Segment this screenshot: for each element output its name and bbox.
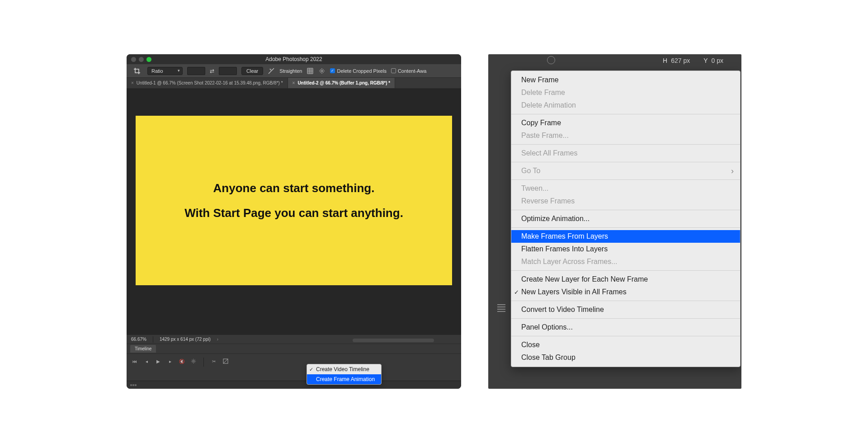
- power-icon[interactable]: [547, 56, 555, 64]
- next-frame-icon[interactable]: ▸: [166, 358, 174, 365]
- menu-item[interactable]: Panel Options...: [511, 321, 740, 334]
- panel-context-area: H627 px Y0 px New FrameDelete FrameDelet…: [488, 54, 741, 389]
- dimension-readout: H627 px Y0 px: [663, 57, 723, 64]
- menu-item[interactable]: Copy Frame: [511, 117, 740, 129]
- delete-cropped-label: Delete Cropped Pixels: [337, 68, 386, 74]
- canvas-area[interactable]: Anyone can start something. With Start P…: [127, 89, 461, 335]
- dropdown-item-frame-animation[interactable]: Create Frame Animation: [307, 374, 381, 384]
- menu-separator: [511, 227, 740, 228]
- dim-y-value: 0 px: [712, 57, 723, 64]
- menu-separator: [511, 179, 740, 180]
- canvas-text-line: Anyone can start something.: [213, 181, 375, 195]
- svg-point-1: [193, 360, 194, 362]
- menu-item[interactable]: Make Frames From Layers: [511, 230, 740, 243]
- menu-separator: [511, 336, 740, 336]
- menu-item: Paste Frame...: [511, 129, 740, 142]
- menu-separator: [511, 301, 740, 301]
- menu-separator: [511, 270, 740, 271]
- ratio-height-field[interactable]: [219, 67, 237, 75]
- timeline-header: Timeline: [127, 344, 461, 353]
- timeline-create-dropdown: Create Video Timeline Create Frame Anima…: [307, 364, 382, 385]
- grid-overlay-icon[interactable]: [307, 67, 314, 75]
- document-tab-label: Untitled-1 @ 66.7% (Screen Shot 2022-02-…: [137, 80, 283, 85]
- checkbox-icon: ✓: [330, 68, 335, 73]
- timeline-panel-tab[interactable]: Timeline: [130, 345, 156, 353]
- swap-dimensions-icon[interactable]: ⇄: [210, 68, 214, 74]
- divider: [203, 358, 204, 367]
- canvas-text-line: With Start Page you can start anything.: [184, 206, 403, 220]
- svg-point-0: [321, 70, 323, 71]
- menu-item[interactable]: Optimize Animation...: [511, 212, 740, 225]
- menu-separator: [511, 144, 740, 145]
- app-title: Adobe Photoshop 2022: [127, 56, 461, 62]
- menu-separator: [511, 114, 740, 114]
- dim-y-label: Y: [703, 57, 708, 64]
- dim-h-value: 627 px: [671, 57, 690, 64]
- menu-item: Reverse Frames: [511, 195, 740, 207]
- status-bar: 66.67% 1429 px x 614 px (72 ppi) ›: [127, 335, 461, 344]
- menu-item[interactable]: New Layers Visible in All Frames: [511, 286, 740, 298]
- menu-item: Delete Frame: [511, 86, 740, 99]
- menu-item: Go To: [511, 165, 740, 177]
- menu-item[interactable]: Close Tab Group: [511, 351, 740, 364]
- panel-menu-icon[interactable]: [497, 304, 505, 312]
- close-tab-icon[interactable]: ×: [292, 80, 295, 85]
- dim-h-label: H: [663, 57, 667, 64]
- crop-tool-icon[interactable]: [131, 66, 143, 75]
- timeline-panel: ⏮ ◂ ▶ ▸ 🔇 ✂ Create Video Timeline Create…: [127, 353, 461, 381]
- straighten-label: Straighten: [279, 68, 302, 74]
- checkbox-icon: [391, 68, 396, 73]
- ratio-select[interactable]: Ratio: [147, 67, 183, 75]
- document-tab-label: Untitled-2 @ 66.7% (Buffer 1.png, RGB/8*…: [297, 80, 390, 85]
- document-dimensions: 1429 px x 614 px (72 ppi): [160, 337, 211, 342]
- zoom-level[interactable]: 66.67%: [131, 337, 146, 342]
- menu-separator: [511, 318, 740, 319]
- menu-item[interactable]: Flatten Frames Into Layers: [511, 243, 740, 255]
- dropdown-item-video-timeline[interactable]: Create Video Timeline: [307, 364, 381, 374]
- ratio-width-field[interactable]: [187, 67, 205, 75]
- menu-item[interactable]: Create New Layer for Each New Frame: [511, 273, 740, 286]
- grip-icon[interactable]: [130, 384, 137, 386]
- straighten-icon[interactable]: [268, 67, 275, 75]
- chevron-right-icon[interactable]: ›: [217, 337, 218, 342]
- menu-item: Delete Animation: [511, 99, 740, 112]
- photoshop-window: Adobe Photoshop 2022 Ratio ⇄ Clear Strai…: [127, 54, 461, 389]
- menu-item[interactable]: New Frame: [511, 74, 740, 86]
- document-tabs: × Untitled-1 @ 66.7% (Screen Shot 2022-0…: [127, 78, 461, 89]
- menu-item[interactable]: Close: [511, 339, 740, 351]
- gear-icon[interactable]: [318, 67, 326, 75]
- timeline-panel-context-menu: New FrameDelete FrameDelete AnimationCop…: [511, 71, 741, 367]
- previous-frame-icon[interactable]: ◂: [143, 358, 150, 365]
- menu-item[interactable]: Convert to Video Timeline: [511, 303, 740, 316]
- divider: [153, 336, 153, 343]
- title-bar: Adobe Photoshop 2022: [127, 54, 461, 64]
- menu-separator: [511, 210, 740, 210]
- document-tab[interactable]: × Untitled-2 @ 66.7% (Buffer 1.png, RGB/…: [288, 78, 396, 88]
- horizontal-scrollbar-thumb[interactable]: [353, 339, 434, 342]
- timeline-footer: [127, 381, 461, 389]
- close-tab-icon[interactable]: ×: [131, 80, 134, 85]
- scissors-icon[interactable]: ✂: [210, 358, 217, 365]
- delete-cropped-checkbox[interactable]: ✓ Delete Cropped Pixels: [330, 68, 386, 74]
- menu-item: Match Layer Across Frames...: [511, 255, 740, 268]
- document-tab[interactable]: × Untitled-1 @ 66.7% (Screen Shot 2022-0…: [127, 78, 288, 88]
- options-bar: Ratio ⇄ Clear Straighten ✓ Delete Croppe…: [127, 64, 461, 78]
- menu-item: Tween...: [511, 182, 740, 195]
- document-canvas[interactable]: Anyone can start something. With Start P…: [136, 116, 452, 285]
- transition-icon[interactable]: [222, 358, 229, 365]
- gear-icon[interactable]: [190, 358, 197, 365]
- mute-icon[interactable]: 🔇: [178, 358, 185, 365]
- menu-separator: [511, 162, 740, 162]
- clear-button[interactable]: Clear: [241, 67, 263, 75]
- play-icon[interactable]: ▶: [155, 358, 162, 365]
- go-to-first-frame-icon[interactable]: ⏮: [131, 358, 138, 365]
- content-aware-label: Content-Awa: [398, 68, 426, 74]
- menu-item: Select All Frames: [511, 147, 740, 160]
- content-aware-checkbox[interactable]: Content-Awa: [391, 68, 426, 74]
